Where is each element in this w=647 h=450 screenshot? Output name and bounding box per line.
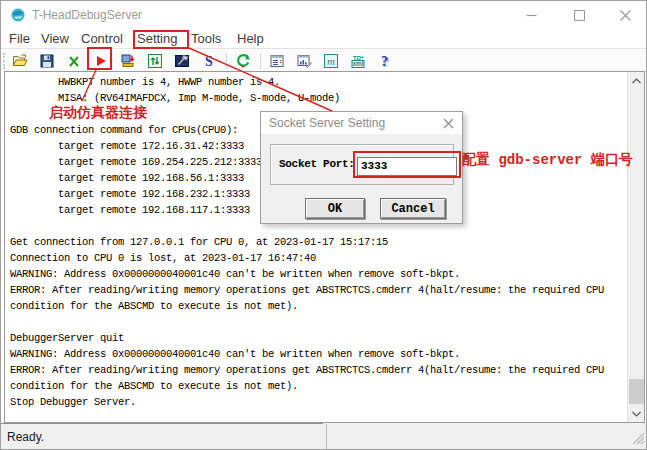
console-line: Get connection from 127.0.0.1 for CPU 0,… <box>10 234 625 250</box>
app-logo-icon <box>10 7 26 23</box>
start-debug-icon[interactable] <box>89 51 113 71</box>
menu-item-help[interactable]: Help <box>237 31 264 46</box>
maximize-button[interactable] <box>556 1 602 29</box>
status-message: Ready. <box>7 430 44 444</box>
register-list-icon[interactable] <box>265 51 289 71</box>
port-group-box: Socket Port: <box>270 144 454 185</box>
console-line: WARNING: Address 0x0000000040001c40 can'… <box>10 346 625 362</box>
save-icon[interactable] <box>35 51 59 71</box>
resize-grip-icon[interactable] <box>632 431 645 449</box>
menu-item-view[interactable]: View <box>41 31 69 46</box>
console-line: condition for the ABSCMD to execute is n… <box>10 378 625 394</box>
console-line: WARNING: Address 0x0000000040001c40 can'… <box>10 266 625 282</box>
console-line: ERROR: After reading/writing memory oper… <box>10 282 625 298</box>
svg-text:xml: xml <box>352 60 363 67</box>
menu-item-tools[interactable]: Tools <box>191 31 221 46</box>
console-line: condition for the ABSCMD to execute is n… <box>10 298 625 314</box>
minimize-button[interactable] <box>508 1 554 29</box>
app-window: T-HeadDebugServer FileViewControlSetting… <box>0 0 647 450</box>
help-icon[interactable]: ? ? <box>373 51 397 71</box>
memory-window-icon[interactable] <box>292 51 316 71</box>
svg-text:S: S <box>205 54 213 69</box>
refresh-icon[interactable] <box>143 51 167 71</box>
console-line: HWBKPT number is 4, HWWP number is 4. <box>10 74 625 90</box>
console-line <box>10 314 625 330</box>
close-button[interactable] <box>602 1 647 29</box>
console-line: ERROR: After reading/writing memory oper… <box>10 362 625 378</box>
menu-bar: FileViewControlSettingToolsHelp <box>1 29 646 49</box>
cancel-button[interactable]: Cancel <box>380 198 446 219</box>
toolbar-separator <box>260 53 261 69</box>
dialog-title: Socket Server Setting <box>269 116 385 130</box>
restart-power-icon[interactable] <box>231 51 255 71</box>
svg-text:m: m <box>327 55 335 67</box>
vertical-scrollbar[interactable] <box>627 72 644 422</box>
port-annotation-box <box>353 151 461 178</box>
stop-debug-icon[interactable] <box>62 51 86 71</box>
svg-text:?: ? <box>381 53 388 68</box>
console-line: DebuggerServer quit <box>10 330 625 346</box>
socket-port-label: Socket Port: <box>279 145 355 184</box>
mcu-m-icon[interactable]: m <box>319 51 343 71</box>
title-bar[interactable]: T-HeadDebugServer <box>1 1 646 29</box>
open-file-icon[interactable] <box>8 51 32 71</box>
status-divider <box>326 424 327 450</box>
port-note-annotation: 配置 gdb-server 端口号 <box>462 151 633 169</box>
console-line: Stop Debugger Server. <box>10 394 625 410</box>
scroll-down-icon[interactable] <box>628 405 645 422</box>
scrollbar-thumb[interactable] <box>629 379 644 404</box>
menu-item-setting[interactable]: Setting <box>137 31 177 46</box>
scroll-up-icon[interactable] <box>628 72 645 89</box>
connect-target-icon[interactable] <box>116 51 140 71</box>
window-title: T-HeadDebugServer <box>32 8 142 22</box>
console-line: Connection to CPU 0 is lost, at 2023-01-… <box>10 250 625 266</box>
menu-item-control[interactable]: Control <box>81 31 123 46</box>
build-hammer-icon[interactable] <box>170 51 194 71</box>
dialog-close-icon[interactable] <box>440 116 456 130</box>
xml-td-icon[interactable]: TD xml <box>346 51 370 71</box>
console-line: MISA: (RV64IMAFDCX, Imp M-mode, S-mode, … <box>10 90 625 106</box>
menu-item-file[interactable]: File <box>9 31 30 46</box>
toolbar-separator <box>226 53 227 69</box>
socket-port-input[interactable] <box>357 157 457 176</box>
dialog-title-bar[interactable]: Socket Server Setting <box>261 112 462 134</box>
step-s-icon[interactable]: S <box>197 51 221 71</box>
ok-button[interactable]: OK <box>305 198 365 219</box>
status-panel-left: Ready. <box>1 423 323 450</box>
status-bar: Ready. <box>1 423 646 450</box>
socket-server-dialog: Socket Server Setting Socket Port: OK Ca… <box>260 111 463 224</box>
toolbar: S <box>1 50 646 71</box>
